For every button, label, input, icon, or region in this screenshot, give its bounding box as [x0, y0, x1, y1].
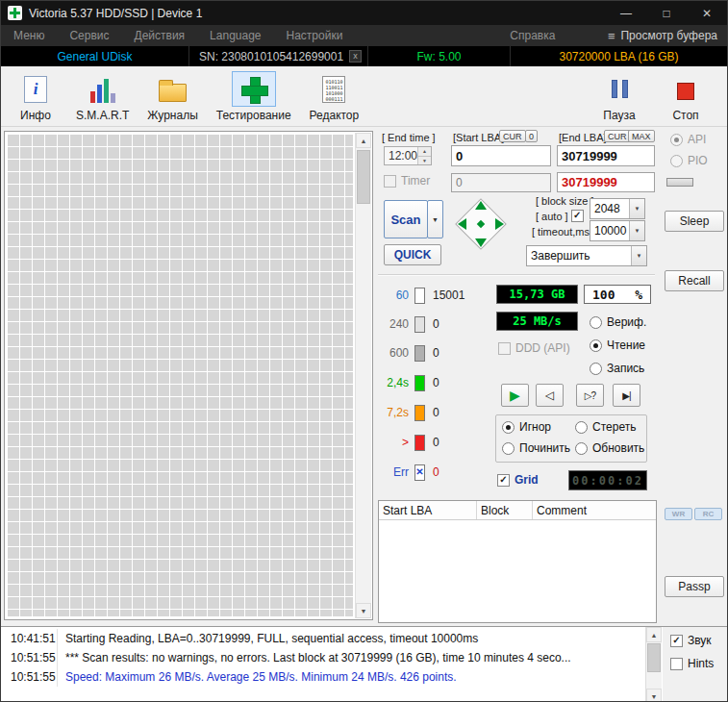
- journals-button[interactable]: Журналы: [141, 70, 203, 123]
- info-icon: i: [13, 71, 58, 107]
- stop-button[interactable]: Стоп: [658, 70, 714, 123]
- refresh-radio-circle[interactable]: [575, 442, 588, 455]
- start-lba-input[interactable]: [451, 145, 551, 166]
- end-time-spinner[interactable]: 12:00 ▲ ▼: [384, 146, 432, 165]
- ddd-checkbox-box[interactable]: [498, 342, 511, 355]
- hints-checkbox-box[interactable]: [670, 658, 683, 670]
- start-zero-button[interactable]: 0: [525, 130, 538, 142]
- close-button[interactable]: ✕: [687, 1, 727, 25]
- grid-checkbox-box[interactable]: ✓: [497, 474, 510, 487]
- wr-button[interactable]: WR: [665, 508, 692, 520]
- column-start-lba[interactable]: Start LBA: [379, 501, 477, 519]
- log-scroll-thumb[interactable]: [647, 643, 661, 672]
- pio-radio[interactable]: PIO: [670, 154, 708, 167]
- scan-dropdown-button[interactable]: ▼: [427, 200, 443, 238]
- auto-checkbox-box[interactable]: ✓: [571, 210, 584, 222]
- scroll-thumb[interactable]: [357, 150, 370, 204]
- smart-button[interactable]: S.M.A.R.T: [70, 70, 135, 123]
- menu-item-settings[interactable]: Настройки: [274, 29, 356, 42]
- auto-checkbox[interactable]: [ auto ] ✓: [536, 210, 584, 222]
- log-row[interactable]: 10:41:51 Starting Reading, LBA=0..307199…: [1, 629, 645, 648]
- step-back-button[interactable]: ◁: [536, 384, 564, 407]
- grid-checkbox[interactable]: ✓ Grid: [497, 473, 539, 487]
- log-scrollbar[interactable]: ▲ ▼: [645, 627, 662, 702]
- read-radio[interactable]: Чтение: [590, 338, 645, 352]
- pause-button[interactable]: Пауза: [591, 70, 647, 123]
- title-bar[interactable]: Victoria 5.37 HDD/SSD | Device 1 — □ ✕: [1, 1, 727, 25]
- pad-down-arrow[interactable]: [475, 238, 487, 247]
- testing-button[interactable]: Тестирование: [211, 70, 297, 123]
- ddd-checkbox[interactable]: DDD (API): [498, 341, 570, 355]
- pio-radio-circle[interactable]: [670, 155, 683, 167]
- end-max-button[interactable]: MAX: [628, 130, 655, 142]
- to-end-button[interactable]: ▶|: [613, 384, 640, 407]
- serial-close-button[interactable]: x: [349, 50, 362, 63]
- block-grid[interactable]: [8, 135, 353, 616]
- log-scroll-track[interactable]: [646, 642, 662, 689]
- info-button[interactable]: i Инфо: [8, 70, 63, 123]
- play-button[interactable]: ▶: [501, 384, 529, 407]
- rc-button[interactable]: RC: [694, 508, 722, 520]
- verify-radio[interactable]: Вериф.: [590, 315, 646, 329]
- direction-pad[interactable]: [453, 196, 509, 252]
- buffer-view-toggle[interactable]: ≡ Просмотр буфера: [608, 29, 717, 43]
- pad-right-arrow[interactable]: [495, 218, 504, 230]
- scroll-down-button[interactable]: ▼: [356, 603, 371, 618]
- end-lba-input[interactable]: [557, 145, 655, 166]
- ignore-radio[interactable]: Игнор: [502, 420, 551, 434]
- scroll-up-button[interactable]: ▲: [356, 133, 371, 148]
- read-label: Чтение: [607, 338, 645, 352]
- blockmap-scrollbar[interactable]: ▲ ▼: [355, 133, 371, 618]
- log-row[interactable]: 10:51:55 Speed: Maximum 26 MB/s. Average…: [1, 667, 645, 687]
- write-radio-circle[interactable]: [590, 363, 602, 375]
- menu-item-language[interactable]: Language: [197, 29, 273, 42]
- minimize-button[interactable]: —: [606, 1, 646, 25]
- spinner-up-button[interactable]: ▲: [418, 147, 431, 156]
- timeout-select[interactable]: 10000 ▼: [590, 220, 645, 241]
- erase-radio[interactable]: Стереть: [575, 420, 636, 434]
- passp-button[interactable]: Passp: [665, 576, 724, 597]
- timer-checkbox[interactable]: Timer: [384, 174, 430, 188]
- repair-radio-circle[interactable]: [502, 442, 515, 455]
- divider: [378, 274, 655, 276]
- hints-checkbox[interactable]: Hints: [670, 657, 714, 670]
- defect-table[interactable]: Start LBA Block Comment: [378, 500, 657, 623]
- refresh-radio[interactable]: Обновить: [575, 441, 644, 455]
- pad-up-arrow[interactable]: [475, 201, 487, 210]
- sound-checkbox-box[interactable]: ✓: [670, 635, 683, 647]
- menu-item-service[interactable]: Сервис: [57, 29, 121, 42]
- menu-item-help[interactable]: Справка: [497, 29, 567, 42]
- finish-action-select[interactable]: Завершить ▼: [526, 245, 647, 266]
- scroll-track[interactable]: [356, 148, 371, 603]
- verify-radio-circle[interactable]: [590, 316, 602, 329]
- log-scroll-down-button[interactable]: ▼: [646, 689, 662, 702]
- column-block[interactable]: Block: [477, 501, 533, 519]
- api-radio[interactable]: API: [670, 133, 706, 146]
- repair-radio[interactable]: Починить: [502, 441, 570, 455]
- recall-button[interactable]: Recall: [665, 270, 724, 291]
- write-radio[interactable]: Запись: [590, 362, 644, 375]
- end-cur-button[interactable]: CUR: [604, 130, 631, 142]
- menu-item-actions[interactable]: Действия: [122, 29, 198, 42]
- timer-checkbox-box[interactable]: [384, 175, 396, 188]
- column-comment[interactable]: Comment: [533, 501, 656, 519]
- sleep-button[interactable]: Sleep: [665, 211, 724, 232]
- api-radio-circle[interactable]: [670, 134, 683, 146]
- log-row[interactable]: 10:51:55 *** Scan results: no warnings, …: [1, 648, 645, 667]
- quick-button[interactable]: QUICK: [384, 244, 441, 265]
- maximize-button[interactable]: □: [646, 1, 687, 25]
- ignore-radio-circle[interactable]: [502, 421, 515, 434]
- pad-left-arrow[interactable]: [458, 218, 466, 230]
- erase-radio-circle[interactable]: [575, 421, 588, 434]
- log-scroll-up-button[interactable]: ▲: [646, 627, 662, 642]
- block-size-select[interactable]: 2048 ▼: [590, 198, 645, 219]
- remaining-lba-input[interactable]: [557, 172, 655, 192]
- editor-button[interactable]: 0101101100111010000001110010 Редактор: [304, 70, 365, 123]
- jump-button[interactable]: ▷?: [576, 384, 604, 407]
- read-radio-circle[interactable]: [590, 339, 602, 352]
- sound-checkbox[interactable]: ✓ Звук: [670, 634, 712, 647]
- menu-item-menu[interactable]: Меню: [1, 29, 57, 42]
- start-cur-button[interactable]: CUR: [499, 130, 526, 142]
- scan-button[interactable]: Scan: [384, 200, 428, 238]
- spinner-down-button[interactable]: ▼: [418, 156, 431, 165]
